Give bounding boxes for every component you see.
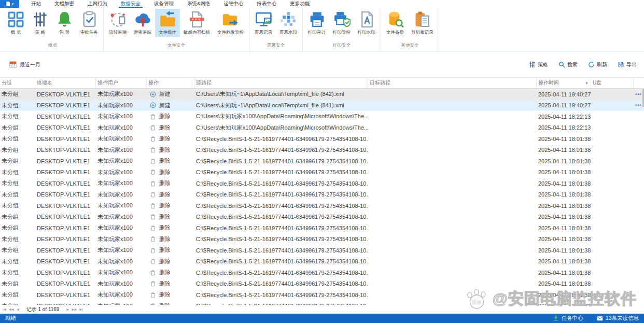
- trash-icon: [150, 191, 156, 198]
- ribbon-item-sliders[interactable]: 策 略: [28, 9, 52, 37]
- table-row[interactable]: 未分组DESKTOP-VLKTLE1未知玩家x100删除C:\$Recycle.…: [0, 200, 644, 212]
- ribbon-item-folder-return[interactable]: 文件操作: [155, 9, 180, 37]
- ribbon-item-screen-record[interactable]: 屏幕记录: [251, 9, 276, 37]
- task-center-button[interactable]: 任务中心: [553, 315, 583, 322]
- cell-user: 未知玩家x100: [96, 269, 147, 276]
- pager-nav-button[interactable]: |◀: [3, 307, 6, 312]
- column-header-9[interactable]: [634, 78, 644, 88]
- app-menu-button[interactable]: ▾: [0, 0, 19, 8]
- table-row[interactable]: 未分组DESKTOP-VLKTLE1未知玩家x100删除C:\Users\未知玩…: [0, 111, 644, 122]
- refresh-button[interactable]: 刷新: [588, 61, 607, 68]
- table-row[interactable]: 未分组DESKTOP-VLKTLE1未知玩家x100删除C:\$Recycle.…: [0, 156, 644, 167]
- ribbon-item-doc-scan[interactable]: 敏感内容扫描: [180, 9, 214, 37]
- ribbon-item-bell[interactable]: 告 警: [52, 9, 77, 37]
- cell-action: 删除: [147, 191, 194, 199]
- table-row[interactable]: 未分组DESKTOP-VLKTLE1未知玩家x100删除C:\$Recycle.…: [0, 212, 644, 223]
- cell-terminal: DESKTOP-VLKTLE1: [35, 247, 96, 254]
- ribbon-item-printer[interactable]: 打印审计: [304, 9, 329, 37]
- pager-nav-button[interactable]: ▶: [66, 307, 69, 312]
- table-row[interactable]: 未分组DESKTOP-VLKTLE1未知玩家x100删除C:\$Recycle.…: [0, 289, 644, 301]
- ribbon-item-clipboard-check[interactable]: 审批任务: [77, 9, 102, 37]
- trash-icon: [150, 270, 156, 276]
- screen-record-icon: [255, 11, 272, 28]
- ribbon-item-label: 概 览: [11, 30, 21, 36]
- table-row[interactable]: 未分组DESKTOP-VLKTLE1未知玩家x100删除C:\$Recycle.…: [0, 145, 644, 156]
- table-row[interactable]: 未分组DESKTOP-VLKTLE1未知玩家x100新建C:\Users\未知玩…: [0, 100, 644, 111]
- cell-action: 删除: [147, 258, 194, 265]
- pager-nav-button[interactable]: ▶▶: [72, 307, 77, 312]
- unread-messages-button[interactable]: 13条未读信息: [597, 315, 639, 322]
- table-row[interactable]: 未分组DESKTOP-VLKTLE1未知玩家x100删除C:\$Recycle.…: [0, 178, 644, 189]
- table-row[interactable]: 未分组DESKTOP-VLKTLE1未知玩家x100删除C:\$Recycle.…: [0, 222, 644, 234]
- menu-tab-9[interactable]: 更多功能: [283, 0, 316, 8]
- ribbon-item-printer-shield[interactable]: 打印管控: [329, 9, 354, 37]
- ribbon-item-label: 屏幕水印: [279, 30, 297, 36]
- cell-source-path: C:\Users\未知玩家x100\AppData\Roaming\Micros…: [194, 124, 368, 132]
- pager-nav-button[interactable]: ◀: [17, 307, 19, 312]
- column-header-2[interactable]: 终端名: [35, 78, 96, 88]
- column-header-8[interactable]: U盘: [591, 78, 634, 88]
- ribbon-item-folder-out[interactable]: 文件外发管控: [214, 9, 247, 37]
- menu-tab-7[interactable]: 运维中心: [217, 0, 250, 8]
- cell-user: 未知玩家x100: [96, 235, 147, 243]
- column-header-6[interactable]: 目标路径: [368, 78, 537, 88]
- table-row[interactable]: 未分组DESKTOP-VLKTLE1未知玩家x100删除C:\Users\未知玩…: [0, 122, 644, 134]
- table-row[interactable]: 未分组DESKTOP-VLKTLE1未知玩家x100删除C:\$Recycle.…: [0, 245, 644, 256]
- cell-time: 2025-04-11 19:40:27: [537, 91, 591, 97]
- ribbon-item-trace-cycle[interactable]: 流转追溯: [105, 9, 130, 37]
- cell-time: 2025-04-11 18:01:38: [537, 214, 591, 220]
- filter-caret-icon: ▼: [585, 81, 589, 85]
- export-button[interactable]: 导出: [618, 61, 637, 68]
- table-row[interactable]: 未分组DESKTOP-VLKTLE1未知玩家x100删除C:\$Recycle.…: [0, 256, 644, 268]
- column-header-5[interactable]: 源路径: [194, 78, 368, 88]
- ribbon-item-label: 流转追溯: [109, 30, 127, 36]
- ribbon-group-label: 屏幕安全: [251, 41, 301, 51]
- cell-action: 新建: [147, 102, 194, 109]
- ribbon-item-label: 打印管控: [333, 30, 351, 36]
- menu-tab-6[interactable]: 系统&网络: [180, 0, 217, 8]
- table-row[interactable]: 未分组DESKTOP-VLKTLE1未知玩家x100删除C:\$Recycle.…: [0, 278, 644, 290]
- column-header-4[interactable]: 操作: [147, 78, 194, 88]
- table-row[interactable]: 未分组DESKTOP-VLKTLE1未知玩家x100删除C:\$Recycle.…: [0, 167, 644, 178]
- column-header-7[interactable]: 操作时间▼: [537, 78, 591, 88]
- pager-nav-button[interactable]: ◀◀: [9, 307, 14, 312]
- trash-icon: [150, 214, 156, 220]
- menu-tab-1[interactable]: 开始: [24, 0, 48, 8]
- cell-action: 删除: [147, 202, 194, 209]
- menu-tab-2[interactable]: 文档加密: [48, 0, 81, 8]
- pager-nav-right: ▶▶▶▶|: [66, 307, 83, 312]
- column-header-1[interactable]: 分组: [0, 78, 35, 88]
- column-header-3[interactable]: 操作用户: [96, 78, 147, 88]
- ribbon-item-overview-grid[interactable]: 概 览: [4, 9, 28, 37]
- trash-icon: [150, 114, 156, 120]
- cell-action: 删除: [147, 280, 194, 288]
- cell-time: 2025-04-11 18:01:38: [537, 280, 591, 287]
- ribbon-group: 屏幕记录屏幕水印屏幕安全: [249, 8, 303, 51]
- cell-group: 未分组: [0, 113, 35, 120]
- ribbon-item-doc-a[interactable]: 打印水印: [354, 9, 379, 37]
- table-row[interactable]: 未分组DESKTOP-VLKTLE1未知玩家x100删除C:\$Recycle.…: [0, 133, 644, 145]
- cell-user: 未知玩家x100: [96, 168, 147, 176]
- cell-action: 删除: [147, 224, 194, 232]
- cell-action: 删除: [147, 113, 194, 120]
- trash-icon: [150, 247, 156, 254]
- date-filter[interactable]: 23 最近一月: [9, 61, 40, 68]
- pager-nav-button[interactable]: ▶|: [79, 307, 83, 312]
- menu-tab-8[interactable]: 报表中心: [250, 0, 283, 8]
- table-row[interactable]: 未分组DESKTOP-VLKTLE1未知玩家x100删除C:\$Recycle.…: [0, 267, 644, 278]
- ribbon-item-cloud-leak[interactable]: 泄密追踪: [130, 9, 155, 37]
- cell-terminal: DESKTOP-VLKTLE1: [35, 214, 96, 220]
- cell-terminal: DESKTOP-VLKTLE1: [35, 225, 96, 231]
- ribbon-item-db-search[interactable]: 文件备份: [383, 9, 408, 37]
- ribbon-item-clipboard-doc[interactable]: 剪切板记录: [408, 9, 437, 37]
- search-button[interactable]: 搜索: [558, 61, 578, 68]
- table-row[interactable]: 未分组DESKTOP-VLKTLE1未知玩家x100新建C:\Users\未知玩…: [0, 89, 644, 100]
- sliders-sm-button[interactable]: 策略: [529, 61, 548, 68]
- menu-tab-5[interactable]: 设备管理: [147, 0, 180, 8]
- menu-tab-3[interactable]: 上网行为: [81, 0, 114, 8]
- table-row[interactable]: 未分组DESKTOP-VLKTLE1未知玩家x100删除C:\$Recycle.…: [0, 189, 644, 201]
- menu-tab-4[interactable]: 数据安全: [114, 0, 147, 8]
- table-row[interactable]: 未分组DESKTOP-VLKTLE1未知玩家x100删除C:\$Recycle.…: [0, 234, 644, 245]
- ribbon-item-pixel-watermark[interactable]: 屏幕水印: [276, 9, 301, 37]
- refresh-icon: [588, 61, 595, 68]
